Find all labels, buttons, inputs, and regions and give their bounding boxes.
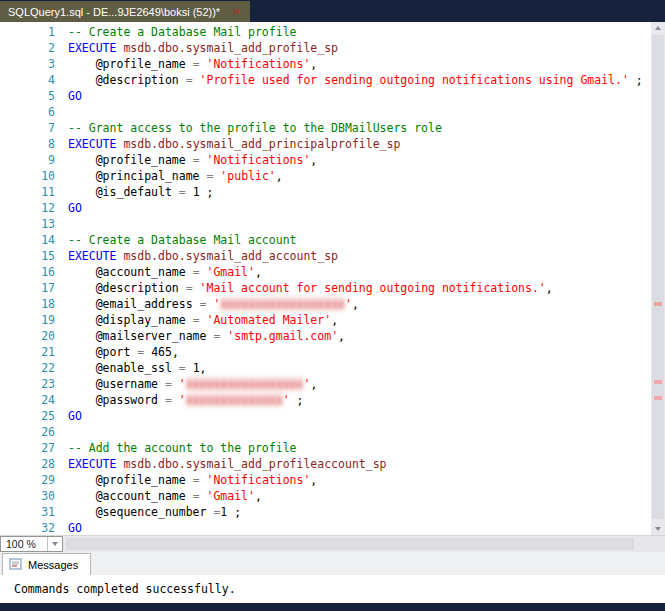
code-text: EXECUTE msdb.dbo.sysmail_add_principalpr… [55,136,400,152]
code-token [200,473,207,487]
vertical-scrollbar[interactable] [651,22,665,535]
code-text: @profile_name = 'Notifications', [55,56,317,72]
code-line: 2EXECUTE msdb.dbo.sysmail_add_profile_sp [0,40,651,56]
code-text: @is_default = 1 ; [55,184,213,200]
code-token [200,57,207,71]
code-token: , [310,153,317,167]
document-tab-sqlquery1[interactable]: SQLQuery1.sql - DE...9JE2649\boksi (52))… [0,1,250,22]
code-line: 30 @account_name = 'Gmail', [0,488,651,504]
code-token: , [338,329,345,343]
code-token: EXECUTE [68,457,116,471]
code-text: -- Add the account to the profile [55,440,296,456]
code-token: -- Grant access to the profile to the DB… [68,121,442,135]
code-token [193,281,200,295]
code-token: @email_address [68,297,200,311]
line-number: 9 [0,152,55,168]
code-token: , [352,297,359,311]
code-token: = [193,153,200,167]
code-line: 28EXECUTE msdb.dbo.sysmail_add_profileac… [0,456,651,472]
editor-bottom-bar: 100 % [0,535,665,552]
messages-text: Commands completed successfully. [14,582,236,596]
code-token: , [172,345,179,359]
code-line: 26 [0,424,651,440]
code-token: = [193,473,200,487]
ssms-window: SQLQuery1.sql - DE...9JE2649\boksi (52))… [0,0,665,611]
scroll-up-arrow-icon[interactable] [651,22,665,34]
code-text [55,424,68,440]
code-text: @principal_name = 'public', [55,168,283,184]
line-number: 13 [0,216,55,232]
redacted-text: xxxxxxxxxxxxxxxxx [186,377,304,391]
code-token: = [193,489,200,503]
code-line: 16 @account_name = 'Gmail', [0,264,651,280]
code-token: @display_name [68,313,193,327]
code-line: 23 @username = 'xxxxxxxxxxxxxxxxx', [0,376,651,392]
code-token: EXECUTE [68,249,116,263]
code-line: 12GO [0,200,651,216]
code-token: GO [68,201,82,215]
code-line: 7-- Grant access to the profile to the D… [0,120,651,136]
code-token [200,489,207,503]
line-number: 23 [0,376,55,392]
code-line: 25GO [0,408,651,424]
code-token: = [179,361,186,375]
redacted-text: xxxxxxxxxxxxxx [186,393,283,407]
zoom-selector[interactable]: 100 % [0,536,63,552]
code-token: GO [68,409,82,423]
code-token: EXECUTE [68,137,116,151]
line-number: 26 [0,424,55,440]
code-token: , [255,489,262,503]
code-token [186,361,193,375]
code-token: ' [179,377,186,391]
code-text: -- Create a Database Mail account [55,232,296,248]
line-number: 29 [0,472,55,488]
code-text: @display_name = 'Automated Mailer', [55,312,338,328]
code-text: @description = 'Mail account for sending… [55,280,553,296]
code-line: 11 @is_default = 1 ; [0,184,651,200]
tab-messages[interactable]: Messages [2,553,91,575]
line-number: 11 [0,184,55,200]
code-text: GO [55,88,82,104]
code-text: EXECUTE msdb.dbo.sysmail_add_account_sp [55,248,338,264]
code-token: @principal_name [68,169,206,183]
close-icon[interactable]: ✕ [232,7,240,17]
vertical-scrollbar-thumb[interactable] [652,35,664,519]
code-text: @account_name = 'Gmail', [55,488,262,504]
horizontal-scrollbar-thumb[interactable] [66,538,634,550]
code-token: @mailserver_name [68,329,213,343]
code-token: , [255,265,262,279]
code-token: @port [68,345,137,359]
code-token: -- Create a Database Mail account [68,233,296,247]
code-line: 1-- Create a Database Mail profile [0,24,651,40]
code-text: @description = 'Profile used for sending… [55,72,643,88]
code-editor[interactable]: 1-- Create a Database Mail profile2EXECU… [0,22,651,535]
code-token: msdb.dbo.sysmail_add_profile_sp [123,41,338,55]
code-token: ' [179,393,186,407]
code-line: 27-- Add the account to the profile [0,440,651,456]
code-token: @account_name [68,265,193,279]
code-token: -- Create a Database Mail profile [68,25,296,39]
code-text: -- Grant access to the profile to the DB… [55,120,442,136]
line-number: 10 [0,168,55,184]
code-token: , [310,57,317,71]
code-token: = [193,265,200,279]
chevron-down-icon[interactable] [47,537,62,551]
code-token: , [200,361,207,375]
code-text: @profile_name = 'Notifications', [55,472,317,488]
line-number: 5 [0,88,55,104]
code-token: 'Mail account for sending outgoing notif… [200,281,546,295]
code-text: GO [55,520,82,535]
code-token [193,73,200,87]
line-number: 25 [0,408,55,424]
line-number: 19 [0,312,55,328]
code-token: 'Notifications' [207,473,311,487]
code-text: GO [55,408,82,424]
code-text: @mailserver_name = 'smtp.gmail.com', [55,328,345,344]
code-token: = [200,297,207,311]
scroll-down-arrow-icon[interactable] [651,523,665,535]
line-number: 30 [0,488,55,504]
code-token: 1 [193,185,200,199]
code-token: @sequence_number [68,505,213,519]
code-token: ' [283,393,290,407]
code-line: 9 @profile_name = 'Notifications', [0,152,651,168]
